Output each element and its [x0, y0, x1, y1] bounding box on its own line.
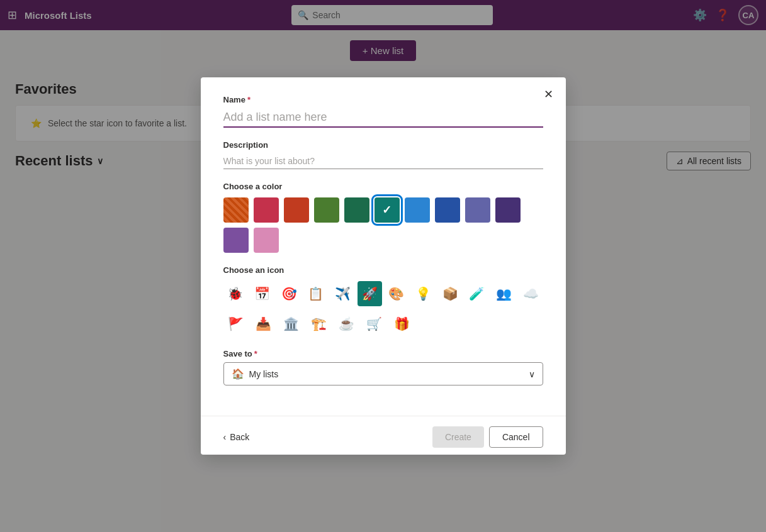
icon-btn-target[interactable]: 🎯 [277, 281, 301, 306]
icon-btn-calendar[interactable]: 📅 [250, 281, 274, 306]
icon-btn-inbox[interactable]: 📥 [251, 311, 276, 336]
color-swatch-pink1[interactable] [254, 228, 279, 253]
save-to-value: My lists [249, 369, 524, 379]
description-label: Description [223, 140, 543, 150]
color-swatch-green1[interactable] [314, 197, 339, 223]
cancel-button[interactable]: Cancel [489, 426, 543, 448]
color-swatch-red2[interactable] [284, 197, 309, 223]
icon-btn-bug[interactable]: 🐞 [223, 281, 248, 306]
icon-btn-cloud[interactable]: ☁️ [519, 281, 543, 306]
description-input[interactable] [223, 153, 543, 169]
color-swatch-red1[interactable] [254, 197, 279, 223]
color-label: Choose a color [223, 182, 543, 191]
icon-btn-cart[interactable]: 🛒 [362, 311, 387, 336]
modal-overlay[interactable]: ✕ Name * Description Choose a color Choo… [0, 0, 766, 532]
action-buttons: Create Cancel [432, 426, 543, 448]
color-swatch-blue2[interactable] [435, 197, 460, 223]
home-icon: 🏠 [232, 368, 244, 380]
required-indicator: * [247, 95, 251, 104]
color-swatch-teal2[interactable] [375, 197, 400, 223]
color-swatch-texture[interactable] [223, 197, 249, 223]
color-swatch-teal1[interactable] [344, 197, 369, 223]
color-swatch-purple1[interactable] [495, 197, 521, 223]
icon-btn-bank[interactable]: 🏛️ [279, 311, 304, 336]
icon-btn-flask[interactable]: 🧪 [465, 281, 490, 306]
icon-btn-gift[interactable]: 🎁 [390, 311, 415, 336]
modal-footer: ‹ Back Create Cancel [201, 416, 566, 455]
color-swatch-purple2[interactable] [223, 228, 249, 253]
icon-label: Choose an icon [223, 265, 543, 275]
icon-btn-coffee[interactable]: ☕ [334, 311, 359, 336]
save-to-dropdown[interactable]: 🏠 My lists ∨ [223, 362, 543, 385]
new-list-modal: ✕ Name * Description Choose a color Choo… [201, 77, 566, 455]
back-button[interactable]: ‹ Back [223, 427, 250, 447]
close-button[interactable]: ✕ [539, 85, 558, 104]
modal-body: Name * Description Choose a color Choose… [201, 77, 566, 416]
create-button[interactable]: Create [432, 426, 484, 448]
icon-btn-people[interactable]: 👥 [492, 281, 516, 306]
save-to-chevron-icon: ∨ [529, 369, 535, 379]
icon-btn-flag[interactable]: 🚩 [223, 311, 249, 336]
back-arrow-icon: ‹ [223, 432, 227, 442]
name-label: Name * [223, 95, 543, 104]
color-swatch-blue3[interactable] [465, 197, 490, 223]
icon-btn-plane[interactable]: ✈️ [330, 281, 355, 306]
icon-btn-cube[interactable]: 📦 [438, 281, 463, 306]
color-swatch-blue1[interactable] [405, 197, 430, 223]
icon-btn-hierarchy[interactable]: 🏗️ [307, 311, 332, 336]
save-to-label: Save to * [223, 349, 543, 358]
icon-row: 🐞📅🎯📋✈️🚀🎨💡📦🧪👥☁️🚩📥🏛️🏗️☕🛒🎁 [223, 281, 543, 336]
icon-btn-rocket[interactable]: 🚀 [358, 281, 382, 306]
name-input[interactable] [223, 108, 543, 128]
icon-btn-palette[interactable]: 🎨 [385, 281, 409, 306]
icon-btn-bulb[interactable]: 💡 [411, 281, 436, 306]
color-row [223, 197, 543, 253]
back-label: Back [230, 432, 249, 442]
save-to-required: * [254, 349, 257, 358]
icon-btn-clipboard[interactable]: 📋 [304, 281, 329, 306]
